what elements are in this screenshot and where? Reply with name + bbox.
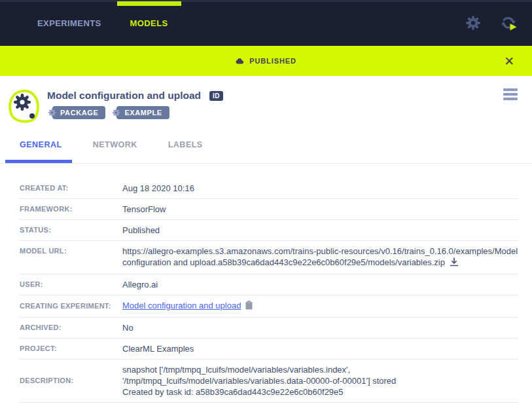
table-row-project: PROJECT: ClearML Examples (20, 339, 518, 360)
row-label: CREATING EXPERIMENT: (20, 301, 122, 312)
published-label: PUBLISHED (249, 57, 296, 65)
tab-network-label: NETWORK (93, 140, 137, 149)
tab-network[interactable]: NETWORK (93, 126, 137, 163)
table-row-description: DESCRIPTION: snapshot ['/tmp/tmpq_lcuifs… (20, 360, 518, 403)
close-banner-icon[interactable]: ✕ (504, 55, 515, 67)
row-label: FRAMEWORK: (20, 204, 122, 215)
id-badge[interactable]: ID (209, 91, 223, 101)
nav-tabs: EXPERIMENTS MODELS (23, 0, 183, 46)
row-value: No (122, 322, 133, 333)
table-row-user: USER: Allegro.ai (20, 274, 518, 295)
tag-gear-icon (48, 109, 56, 117)
tag-chip-package[interactable]: PACKAGE (52, 106, 105, 119)
creating-experiment-link[interactable]: Model configuration and upload (122, 301, 241, 310)
row-value: snapshot ['/tmp/tmpq_lcuifs/model/variab… (122, 364, 396, 398)
nav-tab-models[interactable]: MODELS (116, 0, 183, 46)
model-gear-icon (12, 92, 32, 115)
nav-icons (465, 14, 518, 32)
tab-labels-label: LABELS (168, 140, 203, 149)
table-row-creating-experiment: CREATING EXPERIMENT: Model configuration… (20, 295, 518, 318)
row-label: CREATED AT: (20, 183, 122, 194)
tag-chip-package-label: PACKAGE (60, 109, 98, 117)
tag-chip-example-label: EXAMPLE (124, 109, 162, 117)
menu-icon[interactable] (503, 88, 518, 100)
download-icon[interactable] (450, 257, 459, 269)
tab-general[interactable]: GENERAL (20, 126, 62, 163)
table-row-created-at: CREATED AT: Aug 18 2020 10:16 (20, 178, 518, 199)
detail-tabs: GENERAL NETWORK LABELS (0, 126, 532, 164)
row-label: STATUS: (20, 225, 122, 236)
published-cloud-icon (236, 58, 244, 64)
tag-chip-example[interactable]: EXAMPLE (116, 106, 169, 119)
row-value: TensorFlow (122, 204, 166, 215)
row-label: ARCHIVED: (20, 322, 122, 333)
nav-tab-experiments-label: EXPERIMENTS (37, 18, 101, 28)
row-label: PROJECT: (20, 343, 122, 354)
settings-gear-icon[interactable] (465, 15, 481, 31)
model-title: Model configuration and upload (47, 90, 201, 102)
tab-labels[interactable]: LABELS (168, 126, 203, 163)
general-details-table: CREATED AT: Aug 18 2020 10:16 FRAMEWORK:… (20, 178, 518, 403)
model-icon-dot (29, 113, 35, 119)
nav-tab-models-label: MODELS (130, 18, 168, 28)
row-value: https://allegro-examples.s3.amazonaws.co… (122, 246, 518, 269)
copy-id-icon[interactable] (245, 301, 253, 312)
table-row-archived: ARCHIVED: No (20, 318, 518, 339)
table-row-status: STATUS: Published (20, 220, 518, 241)
row-value: Published (122, 225, 160, 236)
table-row-model-url: MODEL URL: https://allegro-examples.s3.a… (20, 241, 518, 274)
tags-row: PACKAGE EXAMPLE (47, 106, 223, 119)
auto-refresh-icon[interactable] (499, 14, 518, 32)
table-row-framework: FRAMEWORK: TensorFlow (20, 199, 518, 220)
row-value: Aug 18 2020 10:16 (122, 183, 194, 194)
row-value: Allegro.ai (122, 279, 158, 290)
title-block: Model configuration and upload ID (47, 84, 223, 126)
nav-tab-experiments[interactable]: EXPERIMENTS (23, 0, 116, 46)
row-value: Model configuration and upload (122, 300, 253, 312)
published-banner: PUBLISHED ✕ (0, 46, 532, 76)
tab-general-label: GENERAL (20, 140, 62, 149)
row-value: ClearML Examples (122, 343, 194, 354)
model-icon (7, 88, 43, 126)
top-navbar: EXPERIMENTS MODELS (0, 0, 532, 46)
model-header: Model configuration and upload ID (0, 76, 532, 126)
row-label: USER: (20, 279, 122, 290)
row-label: MODEL URL: (20, 246, 122, 257)
tag-gear-icon (112, 109, 120, 117)
row-label: DESCRIPTION: (20, 375, 122, 386)
